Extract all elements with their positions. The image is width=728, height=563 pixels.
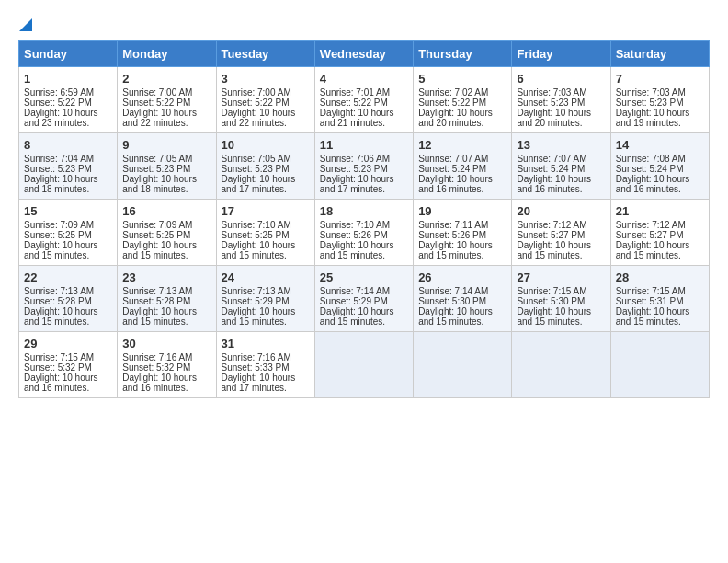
- day-number: 14: [616, 138, 704, 152]
- day-info: and 15 minutes.: [222, 316, 310, 327]
- header-day-thursday: Thursday: [414, 41, 512, 67]
- day-info: Sunrise: 7:03 AM: [616, 87, 704, 98]
- day-info: Daylight: 10 hours: [122, 306, 210, 316]
- day-number: 19: [418, 204, 506, 218]
- day-info: Sunset: 5:26 PM: [320, 230, 408, 240]
- day-info: Daylight: 10 hours: [418, 174, 506, 184]
- calendar-cell: 22Sunrise: 7:13 AMSunset: 5:28 PMDayligh…: [19, 266, 118, 332]
- day-number: 7: [616, 72, 704, 86]
- day-info: Sunset: 5:23 PM: [320, 164, 408, 174]
- day-number: 17: [222, 204, 310, 218]
- day-info: Sunrise: 6:59 AM: [24, 87, 112, 98]
- day-info: Sunset: 5:27 PM: [616, 230, 704, 240]
- day-info: and 15 minutes.: [24, 250, 112, 260]
- day-info: Sunrise: 7:12 AM: [616, 220, 704, 230]
- calendar-cell: 13Sunrise: 7:07 AMSunset: 5:24 PMDayligh…: [512, 133, 610, 200]
- calendar-cell: 21Sunrise: 7:12 AMSunset: 5:27 PMDayligh…: [610, 200, 709, 266]
- day-info: Sunset: 5:30 PM: [418, 296, 506, 306]
- day-info: Daylight: 10 hours: [320, 108, 408, 118]
- day-info: Daylight: 10 hours: [24, 306, 112, 316]
- day-info: Sunrise: 7:07 AM: [418, 154, 506, 164]
- day-info: Sunrise: 7:15 AM: [24, 352, 112, 362]
- week-row-3: 15Sunrise: 7:09 AMSunset: 5:25 PMDayligh…: [19, 200, 710, 266]
- header-day-saturday: Saturday: [610, 41, 709, 67]
- day-info: Sunset: 5:31 PM: [616, 296, 704, 306]
- day-info: Sunrise: 7:16 AM: [122, 352, 210, 362]
- day-info: Sunrise: 7:13 AM: [222, 286, 310, 296]
- day-info: Daylight: 10 hours: [517, 240, 605, 250]
- day-info: and 15 minutes.: [616, 250, 704, 260]
- day-number: 15: [24, 204, 112, 218]
- calendar-body: 1Sunrise: 6:59 AMSunset: 5:22 PMDaylight…: [19, 67, 710, 398]
- day-info: Sunset: 5:22 PM: [418, 98, 506, 108]
- day-info: and 15 minutes.: [517, 250, 605, 260]
- day-info: Sunset: 5:27 PM: [517, 230, 605, 240]
- day-info: Sunrise: 7:11 AM: [418, 220, 506, 230]
- calendar-header: SundayMondayTuesdayWednesdayThursdayFrid…: [19, 41, 710, 67]
- day-number: 24: [222, 270, 310, 284]
- calendar-cell: 27Sunrise: 7:15 AMSunset: 5:30 PMDayligh…: [512, 266, 610, 332]
- day-info: Sunrise: 7:06 AM: [320, 154, 408, 164]
- day-number: 11: [320, 138, 408, 152]
- calendar-cell: [314, 332, 413, 398]
- day-info: Sunset: 5:24 PM: [418, 164, 506, 174]
- day-number: 1: [24, 72, 112, 86]
- calendar-cell: 20Sunrise: 7:12 AMSunset: 5:27 PMDayligh…: [512, 200, 610, 266]
- day-number: 6: [517, 72, 605, 86]
- day-info: Sunset: 5:29 PM: [320, 296, 408, 306]
- calendar-cell: 11Sunrise: 7:06 AMSunset: 5:23 PMDayligh…: [314, 133, 413, 200]
- day-info: Daylight: 10 hours: [122, 240, 210, 250]
- day-info: and 15 minutes.: [517, 316, 605, 327]
- day-info: Sunrise: 7:09 AM: [122, 220, 210, 230]
- calendar-table: SundayMondayTuesdayWednesdayThursdayFrid…: [18, 40, 710, 398]
- day-info: Daylight: 10 hours: [517, 306, 605, 316]
- day-info: Sunrise: 7:12 AM: [517, 220, 605, 230]
- week-row-1: 1Sunrise: 6:59 AMSunset: 5:22 PMDaylight…: [19, 67, 710, 133]
- day-info: Daylight: 10 hours: [222, 306, 310, 316]
- day-info: and 17 minutes.: [320, 184, 408, 194]
- day-info: Sunset: 5:24 PM: [517, 164, 605, 174]
- day-info: Daylight: 10 hours: [24, 240, 112, 250]
- calendar-cell: 6Sunrise: 7:03 AMSunset: 5:23 PMDaylight…: [512, 67, 610, 133]
- calendar-cell: 29Sunrise: 7:15 AMSunset: 5:32 PMDayligh…: [19, 332, 118, 398]
- logo-triangle-icon: [19, 18, 32, 31]
- day-number: 30: [122, 337, 210, 350]
- calendar-cell: 15Sunrise: 7:09 AMSunset: 5:25 PMDayligh…: [19, 200, 118, 266]
- header-day-wednesday: Wednesday: [314, 41, 413, 67]
- day-info: Daylight: 10 hours: [222, 174, 310, 184]
- day-info: and 15 minutes.: [122, 250, 210, 260]
- week-row-4: 22Sunrise: 7:13 AMSunset: 5:28 PMDayligh…: [19, 266, 710, 332]
- day-info: Sunset: 5:25 PM: [122, 230, 210, 240]
- day-info: Sunset: 5:22 PM: [24, 98, 112, 108]
- day-info: Sunrise: 7:14 AM: [320, 286, 408, 296]
- calendar-cell: 31Sunrise: 7:16 AMSunset: 5:33 PMDayligh…: [216, 332, 314, 398]
- day-number: 20: [517, 204, 605, 218]
- day-number: 12: [418, 138, 506, 152]
- day-info: Sunrise: 7:04 AM: [24, 154, 112, 164]
- day-number: 9: [122, 138, 210, 152]
- day-info: Sunrise: 7:10 AM: [320, 220, 408, 230]
- day-info: and 23 minutes.: [24, 118, 112, 128]
- day-info: Daylight: 10 hours: [616, 108, 704, 118]
- day-info: Sunrise: 7:10 AM: [222, 220, 310, 230]
- day-info: and 22 minutes.: [222, 118, 310, 128]
- calendar-cell: 16Sunrise: 7:09 AMSunset: 5:25 PMDayligh…: [118, 200, 216, 266]
- calendar-cell: 7Sunrise: 7:03 AMSunset: 5:23 PMDaylight…: [610, 67, 709, 133]
- day-info: Daylight: 10 hours: [418, 108, 506, 118]
- day-number: 22: [24, 270, 112, 284]
- day-info: and 15 minutes.: [418, 316, 506, 327]
- day-info: Daylight: 10 hours: [320, 306, 408, 316]
- calendar-cell: 8Sunrise: 7:04 AMSunset: 5:23 PMDaylight…: [19, 133, 118, 200]
- day-info: and 18 minutes.: [122, 184, 210, 194]
- day-info: Sunset: 5:25 PM: [24, 230, 112, 240]
- day-info: Sunset: 5:26 PM: [418, 230, 506, 240]
- day-info: and 17 minutes.: [222, 184, 310, 194]
- day-info: Sunrise: 7:00 AM: [222, 87, 310, 98]
- day-info: and 20 minutes.: [418, 118, 506, 128]
- day-info: Sunset: 5:23 PM: [616, 98, 704, 108]
- day-number: 25: [320, 270, 408, 284]
- calendar-cell: 2Sunrise: 7:00 AMSunset: 5:22 PMDaylight…: [118, 67, 216, 133]
- day-info: and 16 minutes.: [24, 383, 112, 393]
- day-number: 16: [122, 204, 210, 218]
- day-info: and 15 minutes.: [418, 250, 506, 260]
